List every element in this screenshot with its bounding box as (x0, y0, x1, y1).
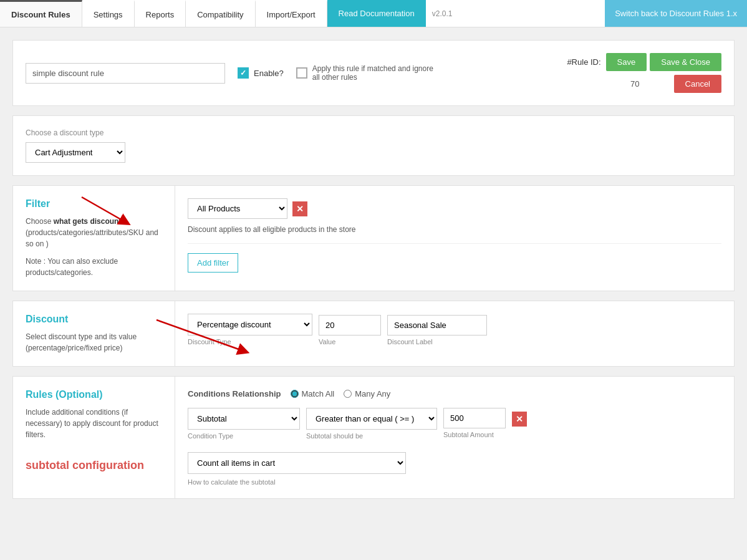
condition-type-select[interactable]: Subtotal Cart Quantity User Role (188, 408, 300, 430)
tab-import-export[interactable]: Import/Export (256, 0, 327, 27)
tab-discount-rules[interactable]: Discount Rules (0, 0, 82, 27)
conditions-relationship-label: Conditions Relationship (188, 389, 281, 398)
rule-id-cancel-row: 70 Cancel (630, 75, 721, 93)
discount-label-label-text: Discount Label (387, 338, 487, 345)
filter-left-col: Filter Choose what gets discount (produc… (13, 186, 175, 291)
discount-label-group: Discount Label (387, 315, 487, 345)
tab-compatibility[interactable]: Compatibility (186, 0, 255, 27)
discount-inputs-row: Percentage discount Fixed discount Fixed… (188, 314, 721, 345)
discount-type-select[interactable]: Cart Adjustment Product Discount Bulk Di… (26, 142, 125, 163)
rules-desc: Include additional conditions (if necess… (26, 407, 162, 440)
read-docs-button[interactable]: Read Documentation (327, 0, 426, 27)
match-all-label: Match All (302, 389, 335, 398)
condition-sub-row: Count all items in cart Count only speci… (188, 446, 721, 486)
switch-back-button[interactable]: Switch back to Discount Rules 1.x (605, 0, 747, 27)
apply-rule-checkbox[interactable] (296, 67, 307, 79)
condition-row: Subtotal Cart Quantity User Role Conditi… (188, 408, 721, 440)
discount-title: Discount (26, 314, 162, 325)
discount-desc: Select discount type and its value (perc… (26, 331, 162, 354)
subtotal-calc-helper: How to calculate the subtotal (188, 478, 721, 486)
remove-filter-button[interactable]: ✕ (292, 201, 307, 216)
match-all-group: Match All (291, 389, 335, 398)
discount-type-group: Percentage discount Fixed discount Fixed… (188, 314, 312, 345)
filter-desc: Choose what gets discount (products/cate… (26, 216, 162, 249)
filter-product-select[interactable]: All Products Specific Products Categorie… (188, 198, 287, 219)
annotation-text: subtotal configuration (26, 459, 144, 471)
discount-value-group: Value (319, 315, 381, 345)
condition-type-label-text: Condition Type (188, 432, 300, 440)
apply-rule-label: Apply this rule if matched and ignore al… (312, 64, 437, 82)
rules-section: Rules (Optional) Include additional cond… (12, 376, 735, 499)
subtotal-calc-select[interactable]: Count all items in cart Count only speci… (188, 452, 406, 474)
tab-reports[interactable]: Reports (135, 0, 186, 27)
condition-op-group: Greater than or equal ( >= ) Less than o… (306, 408, 437, 440)
rule-id-label: #Rule ID: (567, 57, 600, 67)
conditions-relationship: Conditions Relationship Match All Many A… (188, 389, 721, 398)
top-navigation: Discount Rules Settings Reports Compatib… (0, 0, 747, 27)
discount-value-label-text: Value (319, 338, 381, 345)
match-all-radio[interactable] (291, 390, 299, 398)
rule-name-input[interactable] (26, 63, 225, 84)
tab-settings[interactable]: Settings (82, 0, 135, 27)
discount-type-label: Choose a discount type (26, 128, 721, 137)
condition-op-select[interactable]: Greater than or equal ( >= ) Less than o… (306, 408, 437, 430)
many-any-group: Many Any (344, 389, 390, 398)
rule-id-row: #Rule ID: Save Save & Close (567, 53, 721, 71)
rule-name-section: Enable? Apply this rule if matched and i… (12, 40, 735, 106)
add-filter-button[interactable]: Add filter (188, 253, 238, 273)
enable-label: Enable? (254, 69, 284, 78)
enable-checkbox[interactable] (238, 67, 249, 79)
filter-description-text: Discount applies to all eligible product… (188, 225, 721, 244)
rules-left-col: Rules (Optional) Include additional cond… (13, 377, 175, 498)
save-button[interactable]: Save (606, 53, 647, 71)
rules-right-col: Conditions Relationship Match All Many A… (175, 377, 734, 498)
discount-section: Discount Select discount type and its va… (12, 301, 735, 367)
apply-rule-group: Apply this rule if matched and ignore al… (296, 64, 437, 82)
filter-right-col: All Products Specific Products Categorie… (175, 186, 734, 291)
subtotal-calc-group: Count all items in cart Count only speci… (188, 452, 721, 486)
rule-id-number: 70 (630, 79, 639, 89)
enable-group: Enable? (238, 67, 284, 79)
save-close-button[interactable]: Save & Close (650, 53, 721, 71)
save-area: #Rule ID: Save Save & Close 70 Cancel (567, 53, 721, 93)
version-label: v2.0.1 (426, 0, 459, 27)
filter-row: All Products Specific Products Categorie… (188, 198, 721, 219)
discount-left-col: Discount Select discount type and its va… (13, 301, 175, 366)
discount-type-dropdown[interactable]: Percentage discount Fixed discount Fixed… (188, 314, 312, 336)
condition-val-group: Subtotal Amount (443, 408, 506, 438)
many-any-label: Many Any (355, 389, 390, 398)
filter-title: Filter (26, 198, 162, 210)
rules-title: Rules (Optional) (26, 389, 162, 400)
discount-label-input[interactable] (387, 315, 487, 336)
condition-op-label-text: Subtotal should be (306, 432, 437, 440)
many-any-radio[interactable] (344, 390, 352, 398)
filter-note: Note : You can also exclude products/cat… (26, 256, 162, 278)
discount-value-input[interactable] (319, 315, 381, 336)
condition-type-group: Subtotal Cart Quantity User Role Conditi… (188, 408, 300, 440)
cancel-button[interactable]: Cancel (674, 75, 721, 93)
discount-right-col: Percentage discount Fixed discount Fixed… (175, 301, 734, 366)
discount-type-label-text: Discount Type (188, 338, 312, 345)
remove-condition-button[interactable]: ✕ (512, 412, 527, 427)
condition-val-label-text: Subtotal Amount (443, 431, 506, 438)
rule-name-row: Enable? Apply this rule if matched and i… (26, 53, 721, 93)
main-content: Enable? Apply this rule if matched and i… (0, 27, 747, 521)
condition-value-input[interactable] (443, 408, 506, 428)
discount-type-section: Choose a discount type Cart Adjustment P… (12, 115, 735, 176)
filter-section: Filter Choose what gets discount (produc… (12, 185, 735, 291)
